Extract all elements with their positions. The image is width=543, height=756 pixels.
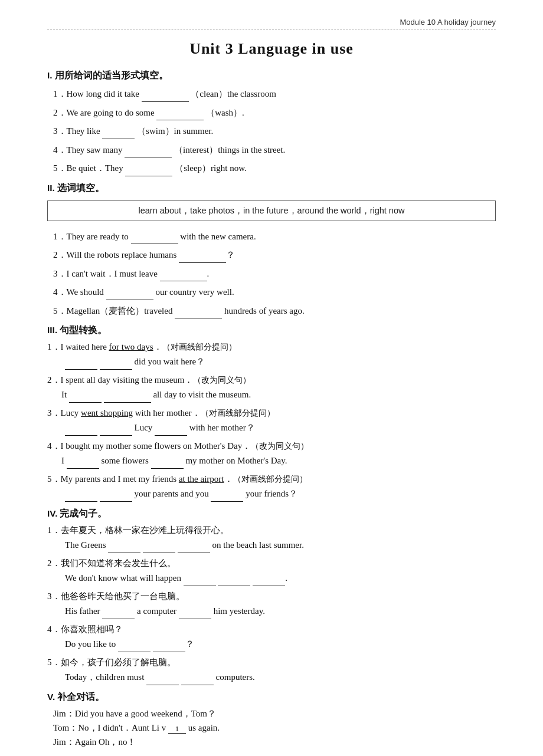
- q-III-5-sub: your parents and you your friends？: [65, 486, 496, 502]
- section-IV: IV. 完成句子。 1．去年夏天，格林一家在沙滩上玩得很开心。 The Gree…: [47, 508, 496, 685]
- list-item: 5．Be quiet．They （sleep）right now.: [53, 161, 496, 176]
- section-III: III. 句型转换。 1．I waited here for two days．…: [47, 324, 496, 502]
- q-IV-2-zh: 2．我们不知道将来会发生什么。: [47, 558, 496, 569]
- list-item: 2．We are going to do some （wash）.: [53, 106, 496, 121]
- q-III-3: 3．Lucy went shopping with her mother．（对画…: [47, 407, 496, 436]
- q-IV-1: 1．去年夏天，格林一家在沙滩上玩得很开心。 The Greens on the …: [47, 525, 496, 553]
- module-label: Module 10 A holiday journey: [47, 18, 496, 27]
- q-IV-5: 5．如今，孩子们必须了解电脑。 Today，children must comp…: [47, 657, 496, 685]
- q-III-2: 2．I spent all day visiting the museum．（改…: [47, 374, 496, 403]
- blank-1-1: [142, 93, 189, 102]
- section-I: I. 用所给词的适当形式填空。 1．How long did it take （…: [47, 70, 496, 176]
- word-box: learn about，take photos，in the future，ar…: [47, 200, 496, 221]
- section-II-heading: II. 选词填空。: [47, 182, 496, 195]
- q-IV-2-en: We don't know what will happen .: [65, 570, 496, 586]
- q-IV-4-en: Do you like to ？: [65, 636, 496, 652]
- q-III-5-main: 5．My parents and I met my friends at the…: [47, 474, 496, 485]
- q-IV-3-zh: 3．他爸爸昨天给他买了一台电脑。: [47, 591, 496, 602]
- section-I-questions: 1．How long did it take （clean）the classr…: [53, 87, 496, 176]
- q-IV-4-zh: 4．你喜欢照相吗？: [47, 624, 496, 635]
- page: Module 10 A holiday journey Unit 3 Langu…: [0, 0, 543, 756]
- list-item: 2．Will the robots replace humans ？: [53, 248, 496, 263]
- q-IV-2: 2．我们不知道将来会发生什么。 We don't know what will …: [47, 558, 496, 586]
- q-III-4: 4．I bought my mother some flowers on Mot…: [47, 441, 496, 469]
- q-III-3-sub: Lucy with her mother？: [65, 420, 496, 436]
- blank-2-2: [179, 254, 226, 263]
- section-III-heading: III. 句型转换。: [47, 324, 496, 337]
- q-III-4-main: 4．I bought my mother some flowers on Mot…: [47, 441, 496, 452]
- q-III-1-sub: did you wait here？: [65, 354, 496, 370]
- list-item: 1．They are ready to with the new camera.: [53, 229, 496, 245]
- list-item: 3．I can't wait．I must leave .: [53, 267, 496, 282]
- section-II: II. 选词填空。 learn about，take photos，in the…: [47, 182, 496, 319]
- q-IV-4: 4．你喜欢照相吗？ Do you like to ？: [47, 624, 496, 652]
- q-III-2-main: 2．I spent all day visiting the museum．（改…: [47, 374, 496, 386]
- blank-2-5: [175, 309, 222, 318]
- blank-2-1: [131, 235, 178, 244]
- blank-1-3: [102, 130, 135, 139]
- list-item: 3．They like （swim）in summer.: [53, 124, 496, 139]
- dialogue-line-3: Jim：Again Oh，no！: [53, 737, 496, 748]
- section-I-heading: I. 用所给词的适当形式填空。: [47, 70, 496, 82]
- q-III-1: 1．I waited here for two days．（对画线部分提问） d…: [47, 341, 496, 370]
- dialogue-line-1: Jim：Did you have a good weekend，Tom？: [53, 708, 496, 719]
- q-III-3-main: 3．Lucy went shopping with her mother．（对画…: [47, 407, 496, 419]
- list-item: 1．How long did it take （clean）the classr…: [53, 87, 496, 102]
- section-IV-heading: IV. 完成句子。: [47, 508, 496, 520]
- list-item: 4．They saw many （interest）things in the …: [53, 143, 496, 158]
- list-item: 5．Magellan（麦哲伦）traveled hundreds of year…: [53, 304, 496, 319]
- q-IV-3-en: His father a computer him yesterday.: [65, 603, 496, 619]
- q-III-4-sub: I some flowers my mother on Mother's Day…: [61, 453, 496, 469]
- section-II-questions: 1．They are ready to with the new camera.…: [53, 229, 496, 319]
- q-III-5: 5．My parents and I met my friends at the…: [47, 474, 496, 502]
- dialogue-line-2: Tom：No，I didn't．Aunt Li v 1 us again.: [53, 722, 496, 734]
- header-divider: [47, 29, 496, 29]
- section-V-heading: V. 补全对话。: [47, 691, 496, 704]
- q-III-2-sub: It all day to visit the museum.: [61, 387, 496, 403]
- blank-1-4: [125, 148, 172, 157]
- blank-2-4: [106, 291, 153, 300]
- list-item: 4．We should our country very well.: [53, 285, 496, 300]
- q-IV-1-en: The Greens on the beach last summer.: [65, 537, 496, 553]
- blank-2-3: [160, 272, 207, 281]
- q-IV-3: 3．他爸爸昨天给他买了一台电脑。 His father a computer h…: [47, 591, 496, 619]
- section-V-dialogue: Jim：Did you have a good weekend，Tom？ Tom…: [53, 708, 496, 748]
- blank-1-5: [125, 167, 172, 176]
- q-IV-5-en: Today，children must computers.: [65, 669, 496, 685]
- blank-1-2: [156, 111, 204, 120]
- q-III-1-main: 1．I waited here for two days．（对画线部分提问）: [47, 341, 496, 353]
- q-IV-5-zh: 5．如今，孩子们必须了解电脑。: [47, 657, 496, 668]
- section-V: V. 补全对话。 Jim：Did you have a good weekend…: [47, 691, 496, 748]
- q-IV-1-zh: 1．去年夏天，格林一家在沙滩上玩得很开心。: [47, 525, 496, 536]
- unit-title: Unit 3 Language in use: [47, 40, 496, 58]
